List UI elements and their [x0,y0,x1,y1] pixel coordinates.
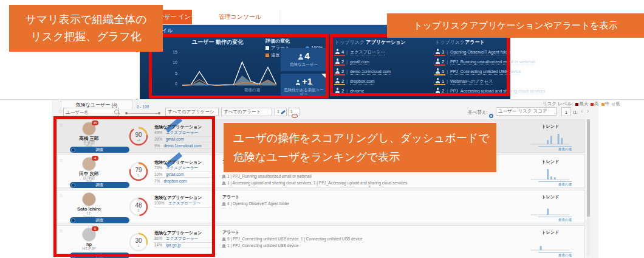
top-alert-item[interactable]: 2|PPJ_Running unauthorized email or webm… [435,58,535,67]
alert-line: 4 | Opening ObserveIT Agent folder [222,201,520,206]
investigate-icon [71,183,75,187]
risky-users-count: 4 [281,51,327,61]
risky-apps-header: 危険なアプリケーション [154,124,202,130]
score-range-label: 0 - 100 [125,105,161,109]
flagged-filter-button[interactable]: 1 [275,108,287,116]
favorite-star-icon[interactable]: ☆ [59,193,63,198]
alert-filter-dropdown[interactable]: すべてのアラート [221,108,272,116]
risky-app[interactable]: 100%エクスプローラー [154,201,214,207]
alert-line: 1 | PPJ_Connecting unlisted USB device [222,243,520,248]
page-total: /1 [573,110,577,115]
risky-users-label: 危険なユーザー [282,62,326,66]
alerts-header: アラート [222,194,240,200]
sort-dropdown[interactable]: ユーザー リスク スコア [496,107,557,116]
top-alert-item[interactable]: 2|PPJ_Accessing upload and sharing cloud… [435,88,545,96]
risky-apps-header: 危険なアプリケーション [154,159,202,166]
top-alert-item[interactable]: 1|Webmailへのアクセス [435,78,493,86]
investigate-icon [71,254,75,258]
risky-app[interactable]: 10%gmail.com [154,172,214,178]
level-high-swatch [591,103,594,106]
level-mid-swatch [601,103,605,106]
search-input[interactable] [63,108,119,116]
y-tick-5: 5 [169,71,177,75]
search-icon[interactable] [114,110,119,114]
person-icon [335,49,340,54]
risky-app[interactable]: 73%エクスプローラー [154,166,214,172]
investigate-button[interactable]: 調査 [70,182,129,188]
behavior-line-chart [182,49,276,86]
annotation-top-risk-callout: トップリスクアプリケーションやアラートを表示 [387,13,644,38]
trend-sparkline [530,132,569,145]
alert-count-badge: 4 [92,156,98,161]
level-max-swatch [575,103,578,106]
risky-users-stat-card[interactable]: 4 危険なユーザー [281,48,327,71]
risk-score-delta: +4 [128,138,149,142]
trend-axis-label: 最後の週 [538,181,572,187]
dashboard-screenshot: ユーザー インテリジェンス 管理コンソール プロファイル ユーザー 動作の変化 … [0,0,644,258]
risky-app[interactable]: 9%demo.1crmcloud.com [154,144,214,149]
top-alert-item[interactable]: 3|Opening ObserveIT Agent folder [435,49,511,57]
avatar [82,192,96,206]
alerts-header: アラート [222,229,240,235]
risk-score-delta: 0 [128,209,149,212]
trend-header: トレンド [520,159,581,165]
top-app-item[interactable]: 4|エクスプローラー [335,49,385,57]
user-row[interactable]: ☆ 6 hp HT-PJP 調査 30 0 危険なアプリケーション 86%エクス… [55,225,585,258]
eye-icon [292,114,298,118]
top-app-item[interactable]: 2|demo.1crmcloud.com [335,68,391,77]
trend-axis-label: 最後の週 [538,217,572,222]
risk-level-bar [434,94,445,95]
y-tick-0: 0 [169,82,177,86]
person-icon [335,78,340,83]
risk-level-bar [334,74,345,75]
risky-app[interactable]: 7%dropbox.com [154,179,214,184]
new-risky-users-stat-card[interactable]: +1 危険性がある新規ユーザー [281,74,327,97]
annotation-scoring-callout: ユーザの操作をスコアリングし、ダッシュボードで 危険なユーザをランキングで表示 [224,123,496,172]
page-prev-button[interactable]: ‹ [581,108,583,114]
alert-count-badge: 6 [92,226,98,231]
risk-level-bar [434,55,445,56]
favorite-star-icon[interactable]: ☆ [59,158,63,163]
top-app-item[interactable]: 2|chrome [335,88,364,96]
investigate-icon [71,218,75,223]
risk-score-delta: 0 [128,244,149,248]
watched-filter-button[interactable]: 1 [288,108,300,116]
alert-count-badge: 45 [92,120,98,125]
score-range-slider[interactable] [126,113,160,114]
investigate-button[interactable]: 調査 [70,147,129,153]
application-filter-dropdown[interactable]: すべてのアプリケーション [165,108,219,116]
legend-title: 評価の変化 [265,38,290,44]
page-next-button[interactable]: › [587,108,589,114]
alert-line: 1 | Accessing upload and sharing cloud s… [222,181,520,185]
top-app-item[interactable]: 2|gmail.com [335,58,369,67]
person-icon [435,68,440,74]
risky-app[interactable]: 28%gmail.com [154,137,214,142]
investigate-button[interactable]: 調査 [70,217,129,223]
tab-admin-console[interactable]: 管理コンソール [200,10,280,24]
person-icon [335,88,340,93]
risk-level-bar [434,74,445,75]
slider-handle-max[interactable] [158,112,160,114]
top-app-item[interactable]: 2|dropbox.com [335,78,374,86]
star-filter-icon[interactable]: ☆ [58,109,63,114]
risky-app[interactable]: 86%エクスプローラー [154,236,214,243]
risk-score: 48 [128,202,149,209]
trend-axis-label: 最後の週 [538,146,572,152]
slider-handle-min[interactable] [125,112,128,114]
bell-icon [222,244,225,247]
favorite-star-icon[interactable]: ☆ [59,122,63,128]
favorite-star-icon[interactable]: ☆ [59,228,63,234]
expand-chevron-icon[interactable]: ∨ [368,184,371,188]
vertical-scrollbar[interactable] [587,119,590,256]
risky-app[interactable]: 14%ipa.go.jp [154,243,214,248]
person-icon [295,80,301,85]
page-number-box[interactable]: 1 [561,107,571,116]
top-risk-apps-title: トップリスク アプリケーション [335,39,406,46]
top-alert-item[interactable]: 1|PPJ_Connecting unlisted USB device [435,68,521,77]
user-row[interactable]: ☆ Sato Ichiro IT Director 調査 48 0 危険なアプリ… [55,190,585,223]
investigate-button[interactable]: 調査 [70,253,129,258]
trend-header: トレンド [520,194,581,200]
scrollbar-thumb[interactable] [587,119,590,217]
person-icon [435,58,440,64]
risky-app[interactable]: 49%エクスプローラー [154,130,214,137]
